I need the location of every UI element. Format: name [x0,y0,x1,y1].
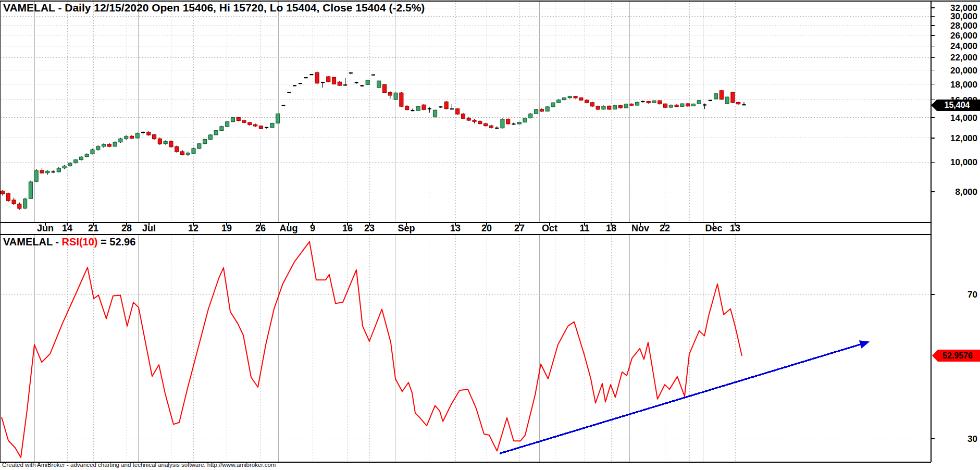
candle-down [153,135,156,139]
rsi-value-label: = 52.96 [98,236,136,248]
candle-doji [450,108,454,109]
candle-down [467,118,470,120]
candle-doji [703,104,706,105]
candle-up [669,105,673,107]
candle-doji [282,105,286,106]
candle-up [680,104,684,106]
trend-arrow-line [500,344,862,454]
amibroker-footer-credit: Created with AmiBroker - advanced charti… [2,462,276,468]
candle-doji [495,128,499,129]
candle-down [478,121,482,124]
candle-up [91,150,94,154]
candle-up [568,96,572,98]
candle-up [523,118,527,122]
candle-down [444,102,448,108]
candle-down [237,118,240,121]
date-axis-label: Jul [142,223,156,233]
date-axis-label: 23 [364,223,375,233]
candle-up [691,104,695,106]
candle-up [529,114,532,118]
date-axis-label: 16 [342,223,353,233]
candle-up [102,144,106,146]
candle-doji [349,72,353,73]
rsi-axis-label: 30 [967,434,977,444]
candle-up [545,107,549,111]
candle-down [130,136,133,138]
candle-down [147,132,151,135]
price-axis-label: 22,000 [950,53,977,63]
candle-doji [742,104,746,105]
date-axis-label: 14 [62,223,72,233]
chart-plot-area[interactable]: 8,00010,00012,00014,00016,00018,00020,00… [0,0,980,470]
date-axis-label: 26 [255,223,266,233]
candle-down [737,103,740,104]
candle-down [40,170,44,173]
candle-up [226,122,229,127]
candle-up [113,142,117,146]
candle-down [647,102,650,103]
date-axis-label: Sep [398,223,415,233]
candle-down [383,84,387,92]
candle-down [664,104,667,107]
date-axis-label: 20 [481,223,492,233]
candle-up [125,137,128,139]
candle-doji [355,82,358,83]
candle-down [461,114,465,118]
candle-down [400,93,403,106]
candle-up [394,93,398,99]
price-axis-label: 32,000 [950,3,977,13]
candle-down [242,120,246,122]
candle-doji [371,75,375,76]
candle-down [175,146,179,152]
date-axis-label: 19 [221,223,232,233]
candle-down [169,141,173,147]
price-axis-label: 14,000 [950,113,977,123]
price-axis-label: 20,000 [950,66,977,76]
candle-down [332,77,336,84]
candle-down [675,105,678,106]
rsi-value-badge: 52.9576 [932,350,980,362]
rsi-line [2,242,742,457]
candle-up [29,182,32,199]
trend-arrow-head [859,340,870,348]
candle-doji [321,82,325,83]
candle-up [602,106,605,109]
candle-up [57,168,60,172]
candle-doji [141,132,145,133]
candle-up [377,81,381,88]
candle-down [12,200,16,204]
candle-down [506,119,510,123]
candle-doji [360,85,364,86]
date-axis-label: 13 [730,223,740,233]
candle-down [254,125,257,126]
candle-doji [641,101,644,102]
date-axis-label: 21 [88,223,98,233]
candle-doji [265,127,268,128]
price-axis-label: 26,000 [950,31,977,41]
candle-doji [343,84,347,85]
candle-down [158,139,162,144]
rsi-axis-label: 70 [967,290,977,300]
candle-down [540,109,543,111]
date-axis-label: 13 [450,223,461,233]
candle-up [501,119,504,128]
date-axis-label: Aug [280,223,298,233]
candle-down [6,193,10,201]
date-axis-label: 11 [579,223,589,233]
price-axis-label: 8,000 [955,187,977,197]
candle-down [259,126,263,129]
price-axis-label: 10,000 [950,157,977,167]
candle-up [270,123,274,128]
date-axis-label: 22 [660,223,670,233]
candle-up [697,101,701,104]
candle-up [535,109,538,114]
candle-up [34,171,38,182]
candle-up [68,163,72,166]
candle-up [714,94,718,99]
candle-up [416,107,420,110]
candle-up [613,106,617,109]
candle-up [208,135,212,139]
candle-doji [299,83,302,84]
date-axis-label: Oct [542,223,557,233]
price-axis-label: 28,000 [950,21,977,31]
